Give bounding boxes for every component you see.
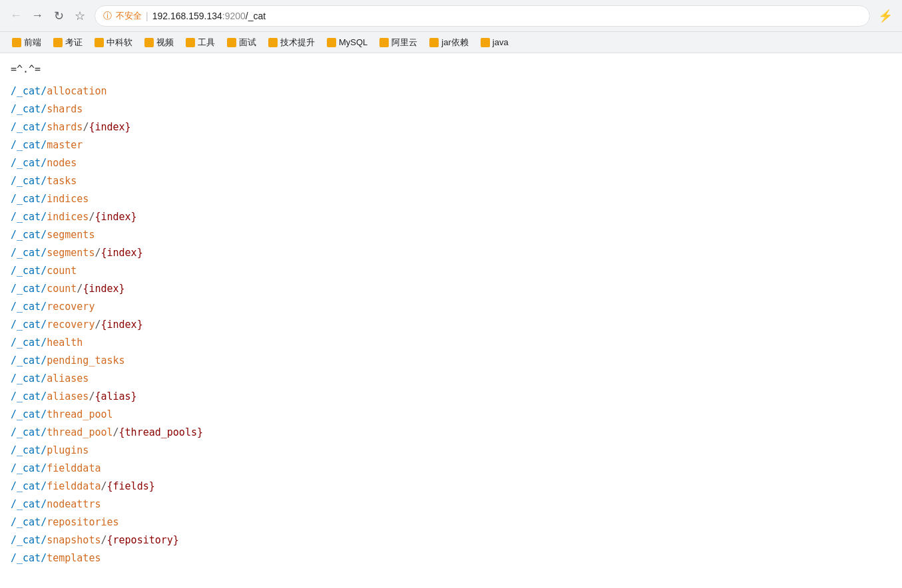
slash-sep: / [41, 85, 47, 97]
bookmark-kaozhen[interactable]: 考证 [48, 35, 88, 51]
slash-sep: / [41, 193, 47, 205]
endpoint-name: tasks [47, 175, 77, 187]
endpoint-name: aliases [47, 372, 89, 384]
extensions-button[interactable]: ⚡ [875, 6, 895, 26]
slash-sep: / [41, 355, 47, 367]
api-list-item: /_cat/shards/{index} [11, 118, 891, 136]
api-list-item: /_cat/fielddata/{fields} [11, 478, 891, 496]
bookmark-label: 面试 [239, 37, 256, 49]
bookmark-video[interactable]: 视频 [139, 35, 179, 51]
cat-segment: _cat [17, 552, 41, 564]
endpoint-name: nodes [47, 157, 77, 169]
slash-sep: / [41, 283, 47, 295]
ascii-art: =^.^= [11, 61, 891, 77]
slash-prefix: / [11, 103, 17, 115]
param-value: {thread_pools} [119, 426, 203, 438]
api-list-item: /_cat/shards [11, 100, 891, 118]
slash-prefix: / [11, 247, 17, 259]
endpoint-name: segments [47, 229, 95, 241]
bookmark-label: 视频 [156, 37, 174, 49]
slash-prefix: / [11, 265, 17, 277]
api-list-item: /_cat/count [11, 262, 891, 280]
nav-buttons: ← → ↻ ☆ [7, 7, 89, 25]
bookmarks-bar: 前端 考证 中科软 视频 工具 面试 技术提升 MySQL 阿里云 jar依赖 … [0, 32, 902, 53]
cat-segment: _cat [17, 301, 41, 313]
slash-prefix: / [11, 480, 17, 492]
slash-sep: / [41, 390, 47, 402]
endpoint-name: count [47, 283, 77, 295]
param-slash: / [101, 534, 107, 546]
slash-prefix: / [11, 552, 17, 564]
api-list-item: /_cat/repositories [11, 514, 891, 531]
bookmark-icon [327, 38, 336, 47]
bookmark-qianduan[interactable]: 前端 [7, 35, 47, 51]
url-host: 192.168.159.134 [152, 11, 222, 21]
bookmark-icon [227, 38, 236, 47]
param-value: {fields} [107, 480, 155, 492]
slash-sep: / [41, 444, 47, 456]
api-list-item: /_cat/templates [11, 549, 891, 567]
cat-segment: _cat [17, 408, 41, 420]
bookmark-icon [95, 38, 104, 47]
slash-sep: / [41, 157, 47, 169]
cat-segment: _cat [17, 319, 41, 331]
cat-segment: _cat [17, 426, 41, 438]
api-list-item: /_cat/allocation [11, 82, 891, 100]
endpoint-name: snapshots [47, 534, 101, 546]
slash-prefix: / [11, 301, 17, 313]
param-slash: / [101, 480, 107, 492]
slash-prefix: / [11, 372, 17, 384]
bookmark-aliyun[interactable]: 阿里云 [374, 35, 423, 51]
slash-prefix: / [11, 85, 17, 97]
bookmark-jar[interactable]: jar依赖 [424, 35, 473, 51]
slash-sep: / [41, 247, 47, 259]
endpoint-name: fielddata [47, 480, 101, 492]
back-button[interactable]: ← [7, 7, 25, 25]
param-value: {index} [101, 319, 142, 331]
slash-prefix: / [11, 283, 17, 295]
endpoint-name: nodeattrs [47, 498, 101, 510]
bookmark-java[interactable]: java [475, 35, 514, 49]
api-list-item: /_cat/recovery/{index} [11, 316, 891, 334]
slash-prefix: / [11, 444, 17, 456]
endpoint-name: indices [47, 211, 89, 223]
param-slash: / [113, 426, 119, 438]
endpoint-name: master [47, 139, 83, 151]
api-list-item: /_cat/nodes [11, 154, 891, 172]
slash-prefix: / [11, 516, 17, 528]
endpoint-name: thread_pool [47, 408, 113, 420]
cat-segment: _cat [17, 247, 41, 259]
page-content: =^.^= /_cat/allocation/_cat/shards/_cat/… [0, 53, 902, 575]
endpoint-name: aliases [47, 390, 89, 402]
slash-sep: / [41, 319, 47, 331]
api-list-item: /_cat/aliases/{alias} [11, 388, 891, 406]
bookmark-mysql[interactable]: MySQL [322, 35, 373, 49]
api-list: /_cat/allocation/_cat/shards/_cat/shards… [11, 82, 891, 567]
url-separator: | [146, 11, 148, 21]
slash-prefix: / [11, 498, 17, 510]
slash-prefix: / [11, 390, 17, 402]
bookmark-label: 考证 [65, 37, 83, 49]
slash-sep: / [41, 480, 47, 492]
bookmark-label: 前端 [24, 37, 41, 49]
bookmark-jishu[interactable]: 技术提升 [263, 35, 320, 51]
slash-sep: / [41, 426, 47, 438]
bookmark-label: 中科软 [107, 37, 132, 49]
slash-sep: / [41, 139, 47, 151]
cat-segment: _cat [17, 229, 41, 241]
bookmark-tools[interactable]: 工具 [180, 35, 220, 51]
address-bar[interactable]: ⓘ 不安全 | 192.168.159.134:9200/_cat [95, 5, 870, 27]
slash-sep: / [41, 175, 47, 187]
bookmark-zhongkeru[interactable]: 中科软 [89, 35, 138, 51]
bookmark-label: java [493, 37, 509, 47]
bookmark-star-button[interactable]: ☆ [71, 7, 89, 25]
api-list-item: /_cat/snapshots/{repository} [11, 531, 891, 549]
api-list-item: /_cat/fielddata [11, 460, 891, 478]
forward-button[interactable]: → [28, 7, 47, 25]
slash-sep: / [41, 408, 47, 420]
slash-prefix: / [11, 337, 17, 349]
bookmark-interview[interactable]: 面试 [222, 35, 262, 51]
cat-segment: _cat [17, 444, 41, 456]
reload-button[interactable]: ↻ [49, 7, 68, 25]
endpoint-name: thread_pool [47, 426, 113, 438]
